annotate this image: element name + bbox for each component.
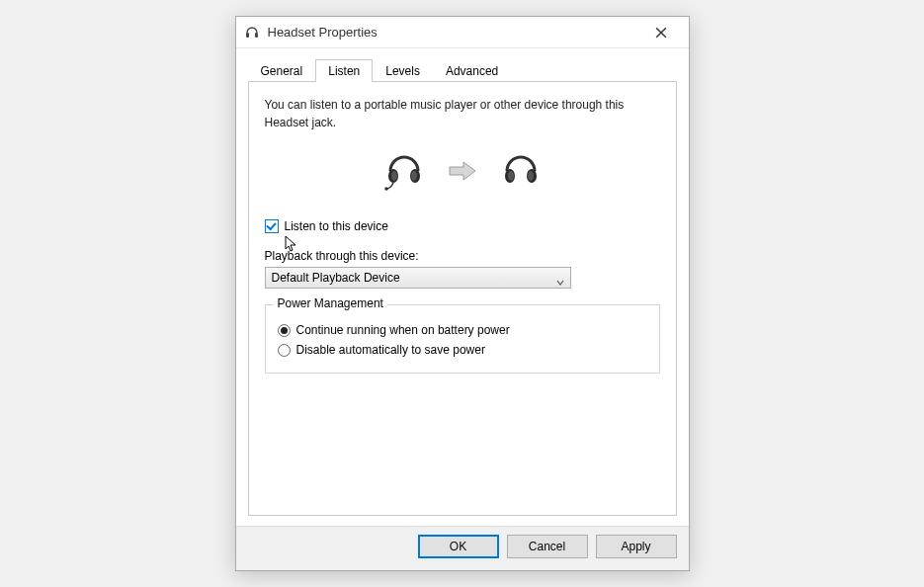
- headset-icon: [244, 25, 260, 41]
- dialog-buttons: OK Cancel Apply: [236, 526, 689, 570]
- titlebar: Headset Properties: [236, 17, 689, 48]
- ok-button[interactable]: OK: [418, 535, 499, 558]
- svg-rect-1: [255, 33, 258, 38]
- listen-checkbox-label: Listen to this device: [285, 219, 388, 233]
- device-diagram: [265, 149, 660, 196]
- svg-point-4: [391, 171, 397, 181]
- apply-button[interactable]: Apply: [596, 535, 677, 558]
- radio-disable-row[interactable]: Disable automatically to save power: [278, 343, 647, 357]
- svg-point-9: [508, 171, 514, 181]
- svg-point-5: [411, 171, 417, 181]
- close-button[interactable]: [641, 19, 681, 46]
- window-title: Headset Properties: [268, 25, 641, 40]
- playback-device-dropdown[interactable]: Default Playback Device: [265, 267, 571, 289]
- radio-disable[interactable]: [278, 344, 291, 357]
- playback-device-selected: Default Playback Device: [272, 271, 400, 285]
- headphones-icon: [499, 149, 543, 196]
- tab-levels[interactable]: Levels: [373, 59, 433, 82]
- radio-continue[interactable]: [278, 324, 291, 337]
- tab-general[interactable]: General: [248, 59, 316, 82]
- headset-properties-dialog: Headset Properties General Listen Levels…: [235, 16, 690, 571]
- radio-continue-label: Continue running when on battery power: [296, 323, 510, 337]
- playback-label: Playback through this device:: [265, 249, 660, 263]
- arrow-right-icon: [448, 160, 477, 185]
- radio-disable-label: Disable automatically to save power: [296, 343, 485, 357]
- tab-advanced[interactable]: Advanced: [433, 59, 511, 82]
- headset-mic-icon: [382, 149, 426, 196]
- svg-rect-0: [246, 33, 249, 38]
- listen-panel: You can listen to a portable music playe…: [248, 81, 677, 516]
- tab-strip: General Listen Levels Advanced: [236, 48, 689, 81]
- listen-checkbox-row[interactable]: Listen to this device: [265, 219, 660, 233]
- radio-continue-row[interactable]: Continue running when on battery power: [278, 323, 647, 337]
- power-management-group: Power Management Continue running when o…: [265, 304, 660, 374]
- chevron-down-icon: [556, 275, 564, 281]
- listen-description: You can listen to a portable music playe…: [265, 96, 660, 131]
- power-management-legend: Power Management: [274, 296, 387, 310]
- cancel-button[interactable]: Cancel: [507, 535, 588, 558]
- listen-checkbox[interactable]: [265, 219, 279, 233]
- svg-point-6: [384, 187, 388, 191]
- svg-point-10: [528, 171, 534, 181]
- tab-listen[interactable]: Listen: [315, 59, 373, 82]
